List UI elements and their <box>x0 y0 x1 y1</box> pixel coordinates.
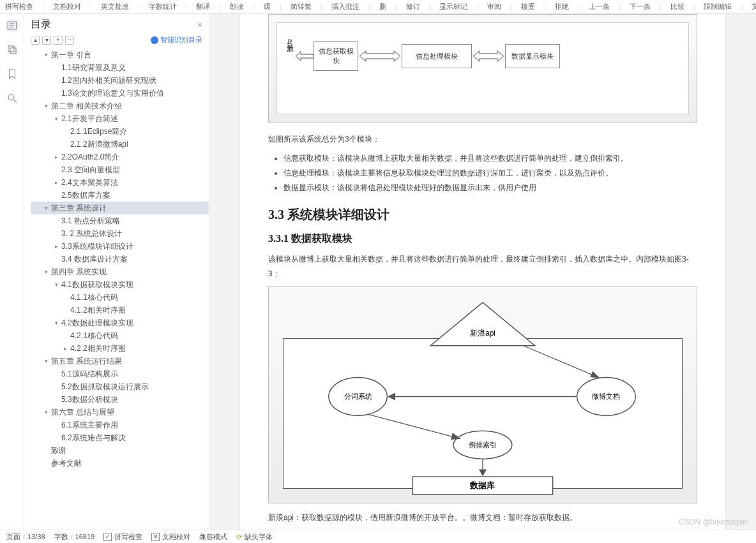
toc-node[interactable]: ▸2.2OAuth2.0简介 <box>31 151 209 163</box>
collapse-up-icon[interactable]: ▴ <box>31 36 40 45</box>
chevron-down-icon[interactable]: ▾ <box>52 319 60 327</box>
toc-label: 第一章 引言 <box>51 50 91 61</box>
toc-node[interactable]: ▾第三章 系统设计 <box>31 202 209 214</box>
footnote-api-link[interactable]: api <box>284 513 294 522</box>
toolbar-item[interactable]: 插入批注 <box>331 2 359 11</box>
expand-down-icon[interactable]: ▾ <box>42 36 51 45</box>
toc-node[interactable]: 4.1.2相关时序图 <box>31 304 209 316</box>
toc-node[interactable]: 4.2.1核心代码 <box>31 329 209 342</box>
toc-node[interactable]: 4.1.1核心代码 <box>31 291 209 304</box>
status-proof[interactable]: ✕文档校对 <box>151 532 190 542</box>
toc-node[interactable]: 6.1系统主要作用 <box>31 419 209 431</box>
chevron-down-icon[interactable]: ▾ <box>42 408 50 416</box>
toc-node[interactable]: ▾第一章 引言 <box>31 48 209 61</box>
module-bullet-list: 信息获取模块：该模块从微博上获取大量相关数据，并且将这些数据进行简单的处理，建立… <box>268 151 697 195</box>
chevron-down-icon[interactable]: ▾ <box>52 115 60 123</box>
status-compat[interactable]: 兼容模式 <box>199 532 227 542</box>
chevron-right-icon[interactable]: ▸ <box>61 345 69 352</box>
toc-node[interactable]: ▸4.2.2相关时序图 <box>31 342 209 355</box>
toolbar-item[interactable]: 文档校对 <box>53 2 81 11</box>
toc-node[interactable]: ▾第六章 总结与展望 <box>31 406 209 419</box>
expand-all-icon[interactable]: + <box>54 36 63 45</box>
toc-node[interactable]: ▾4.1数据获取模块实现 <box>31 278 209 291</box>
spacer-icon <box>52 421 60 429</box>
toolbar-item[interactable]: 翻译 <box>196 2 210 11</box>
fig1-box-display: 数据显示模块 <box>505 44 560 68</box>
toolbar-item[interactable]: 文档校对 <box>752 2 756 11</box>
chevron-down-icon[interactable]: ▾ <box>42 268 50 276</box>
toolbar-item[interactable]: 审阅 <box>487 2 501 11</box>
layers-icon[interactable] <box>6 43 19 56</box>
toolbar-item[interactable]: 字数统计 <box>149 2 177 11</box>
chevron-right-icon[interactable]: ▸ <box>52 179 60 186</box>
outline-icon[interactable] <box>6 19 19 32</box>
smart-toc-button[interactable]: 智能识别目录 <box>151 35 202 45</box>
toolbar-item[interactable]: 英文批改 <box>101 2 129 11</box>
toc-label: 4.1.2相关时序图 <box>70 305 126 316</box>
toolbar-item[interactable]: 限制编辑 <box>704 2 732 11</box>
svg-line-16 <box>524 346 599 378</box>
toolbar-item[interactable]: 缓 <box>264 2 271 11</box>
toolbar-item[interactable]: 朗读 <box>230 2 244 11</box>
toolbar-item[interactable]: 比较 <box>670 2 684 11</box>
fig2-node-db: 数据库 <box>469 480 495 490</box>
toolbar-item[interactable]: 下一条 <box>630 2 651 11</box>
spacer-icon <box>61 140 69 148</box>
toolbar-item[interactable]: 拒绝 <box>555 2 569 11</box>
toc-node[interactable]: 致谢 <box>31 444 209 457</box>
search-icon[interactable] <box>6 92 19 105</box>
toc-node[interactable]: 2.1.1Eclipse简介 <box>31 125 209 138</box>
toc-node[interactable]: ▾4.2数据处理模块实现 <box>31 316 209 329</box>
chevron-down-icon[interactable]: ▾ <box>42 51 50 59</box>
status-spellcheck[interactable]: ✓拼写检查 <box>103 532 142 542</box>
svg-line-20 <box>368 414 460 438</box>
toc-node[interactable]: 2.1.2新浪微博api <box>31 138 209 151</box>
collapse-all-icon[interactable]: − <box>65 36 74 45</box>
status-missing-font[interactable]: ⟳缺失字体 <box>236 532 273 542</box>
toolbar-item[interactable]: 上一条 <box>589 2 610 11</box>
toolbar-item[interactable]: 简转繁 <box>291 2 312 11</box>
toc-node[interactable]: 1.1研究背景及意义 <box>31 61 209 74</box>
chevron-right-icon[interactable]: ▸ <box>52 153 60 161</box>
toc-node[interactable]: 5.1源码结构展示 <box>31 368 209 380</box>
status-page[interactable]: 页面：13/38 <box>6 532 45 542</box>
chevron-right-icon[interactable]: ▸ <box>52 242 60 250</box>
chevron-down-icon[interactable]: ▾ <box>42 357 50 365</box>
bookmark-icon[interactable] <box>6 68 19 80</box>
svg-marker-11 <box>430 302 535 346</box>
toolbar-item[interactable]: 显示标记 <box>439 2 467 11</box>
toc-node[interactable]: 参考文献 <box>31 457 209 470</box>
toolbar-item[interactable]: 拼写检查 <box>5 2 33 11</box>
chevron-down-icon[interactable]: ▾ <box>52 281 60 288</box>
toolbar-item[interactable]: 接受 <box>521 2 535 11</box>
toolbar-item[interactable]: 修订 <box>406 2 420 11</box>
toc-node[interactable]: ▾2.1开发平台简述 <box>31 112 209 125</box>
toc-label: 4.2.2相关时序图 <box>70 343 126 354</box>
chevron-down-icon[interactable]: ▾ <box>42 102 50 110</box>
toc-node[interactable]: ▾第五章 系统运行结果 <box>31 355 209 368</box>
toc-node[interactable]: 6.2系统难点与解决 <box>31 431 209 444</box>
toc-node[interactable]: 5.3数据分析模块 <box>31 393 209 406</box>
toc-node[interactable]: 1.2国内外相关问题研究现状 <box>31 74 209 87</box>
toc-node[interactable]: 5.2数据抓取模块运行展示 <box>31 380 209 393</box>
toc-node[interactable]: ▸2.4文本聚类算法 <box>31 176 209 189</box>
toc-node[interactable]: 3. 2 系统总体设计 <box>31 227 209 240</box>
toolbar-item[interactable]: 删 <box>379 2 386 11</box>
toc-node[interactable]: 3.1 热点分析策略 <box>31 214 209 227</box>
toc-node[interactable]: ▾第四章 系统实现 <box>31 265 209 278</box>
close-icon[interactable]: × <box>197 20 202 30</box>
fig2-node-index: 倒排索引 <box>469 441 497 449</box>
svg-rect-5 <box>10 48 16 54</box>
toc-node[interactable]: 2.5数据库方案 <box>31 189 209 202</box>
bullet-item: 信息获取模块：该模块从微博上获取大量相关数据，并且将这些数据进行简单的处理，建立… <box>284 151 697 166</box>
toc-node[interactable]: 1.3论文的理论意义与实用价值 <box>31 87 209 100</box>
toc-label: 5.1源码结构展示 <box>61 369 118 380</box>
toc-node[interactable]: ▸3.3系统模块详细设计 <box>31 240 209 253</box>
chevron-down-icon[interactable]: ▾ <box>42 204 50 212</box>
toc-node[interactable]: 2.3 空间向量模型 <box>31 163 209 176</box>
toc-label: 2.1.2新浪微博api <box>70 139 128 150</box>
status-wordcount[interactable]: 字数：16819 <box>54 532 95 542</box>
toc-node[interactable]: 3.4 数据库设计方案 <box>31 253 209 265</box>
toc-node[interactable]: ▾第二章 相关技术介绍 <box>31 100 209 112</box>
document-viewport[interactable]: 新浪api 信息获取模块 信息处理模块 数据显示模块 如图所示该系统总分为3个模… <box>209 14 756 530</box>
